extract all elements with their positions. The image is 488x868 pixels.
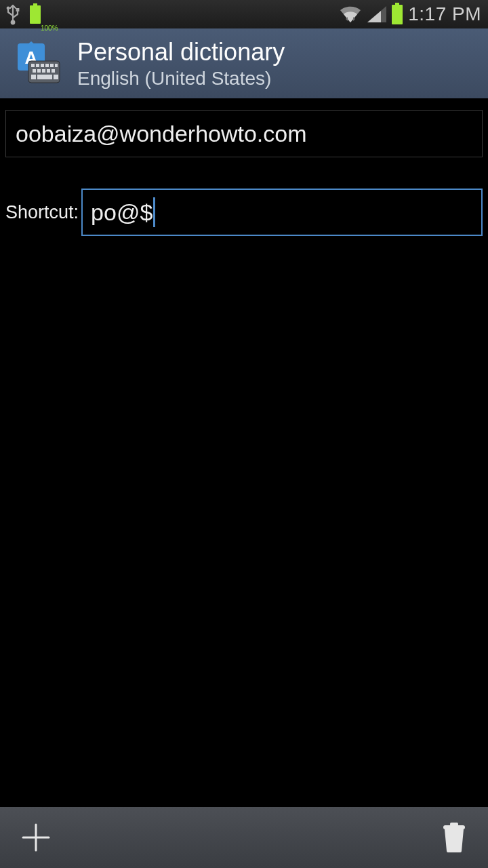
shortcut-row: Shortcut: po@$ [5,189,483,236]
svg-rect-20 [52,69,55,73]
page-title: Personal dictionary [77,38,285,66]
svg-rect-16 [33,69,36,73]
status-time: 1:17 PM [408,3,484,25]
svg-rect-11 [36,64,39,67]
svg-rect-5 [395,3,399,5]
svg-rect-3 [33,3,37,5]
svg-rect-27 [450,823,458,826]
svg-rect-10 [31,64,35,67]
status-right: 1:17 PM [339,3,484,26]
battery-small-icon: 100% [28,3,60,25]
svg-rect-18 [42,69,45,73]
plus-icon [19,821,53,854]
svg-rect-23 [54,75,58,79]
wifi-icon [339,5,362,24]
status-bar: 100% 1:17 PM [0,0,488,28]
text-caret [153,197,155,227]
svg-rect-13 [45,64,49,67]
page-subtitle: English (United States) [77,68,285,90]
svg-point-2 [11,20,16,25]
trash-icon [441,821,468,854]
svg-rect-14 [50,64,54,67]
svg-rect-6 [392,5,403,24]
svg-rect-12 [41,64,44,67]
svg-rect-22 [37,75,52,79]
header-text: Personal dictionary English (United Stat… [77,38,285,90]
svg-rect-17 [37,69,41,73]
delete-button[interactable] [413,821,488,854]
content-area: Shortcut: po@$ [0,99,488,807]
word-input[interactable] [5,110,483,157]
status-left: 100% [4,3,60,26]
svg-rect-4 [30,5,41,24]
svg-rect-19 [47,69,50,73]
svg-rect-15 [55,64,58,67]
add-button[interactable] [0,821,413,854]
signal-icon [366,5,386,24]
battery-large-icon [390,3,404,26]
shortcut-value: po@$ [91,199,152,226]
shortcut-label: Shortcut: [5,202,79,223]
action-bar [0,807,488,868]
usb-icon [4,3,22,26]
battery-percent-text: 100% [41,24,58,32]
app-header: A Personal dictionary English (United St… [0,28,488,99]
svg-rect-1 [16,8,20,12]
svg-rect-21 [31,75,36,79]
dictionary-keyboard-icon: A [14,39,62,88]
shortcut-input[interactable]: po@$ [81,189,483,236]
svg-point-0 [7,7,10,10]
